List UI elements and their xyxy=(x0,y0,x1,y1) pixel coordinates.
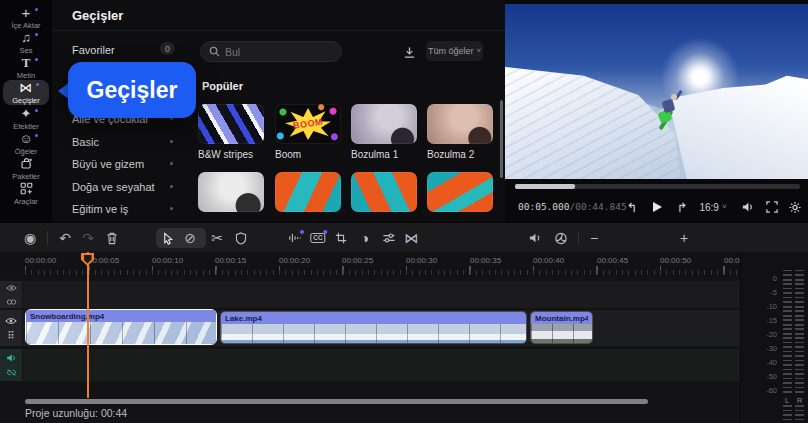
toolbar: ◉ ↶ ↷ ⊘ ✂ CC xyxy=(0,222,808,252)
sidebar-item-label: İçe Aktar xyxy=(11,21,40,30)
color-contrast-icon[interactable]: ◑ xyxy=(361,223,369,253)
color-wheel-icon[interactable] xyxy=(555,223,568,253)
notification-dot xyxy=(36,83,39,86)
adjust-sliders-icon[interactable] xyxy=(383,223,396,253)
clip-thumbnails xyxy=(531,324,592,344)
unlink-icon[interactable] xyxy=(5,367,17,377)
category-magic[interactable]: Büyü ve gizem xyxy=(72,158,144,170)
category-dot xyxy=(170,162,173,165)
meter-scale-label: -20 xyxy=(741,330,777,339)
play-button[interactable] xyxy=(651,196,663,218)
sidebar-item-packages[interactable]: Paketler xyxy=(0,156,52,181)
eye-visibility-icon[interactable] xyxy=(5,283,17,293)
sidebar-item-label: Geçişler xyxy=(12,96,40,105)
jump-forward-icon[interactable]: ↱ xyxy=(677,196,688,218)
crop-icon[interactable] xyxy=(335,223,347,253)
snowboarder-head xyxy=(671,94,677,100)
filter-dropdown[interactable]: Tüm öğeler ˅ xyxy=(426,41,483,61)
mute-speaker-icon[interactable] xyxy=(529,223,542,253)
captions-cc-icon[interactable]: CC xyxy=(310,223,325,253)
sidebar-item-label: Araçlar xyxy=(14,197,38,206)
category-education[interactable]: Eğitim ve iş xyxy=(72,203,128,215)
aspect-ratio-dropdown[interactable]: 16:9 ˅ xyxy=(699,196,726,218)
eye-visibility-icon[interactable] xyxy=(5,316,17,326)
transition-thumb-glitch-3[interactable] xyxy=(427,172,493,212)
transition-thumb-bozulma-2[interactable] xyxy=(427,104,493,144)
panel-scrollbar[interactable] xyxy=(500,100,503,178)
meter-scale-label: -50 xyxy=(741,372,777,381)
redo-icon[interactable]: ↷ xyxy=(82,223,94,253)
playhead-line[interactable] xyxy=(87,252,89,398)
overlay-track[interactable] xyxy=(23,281,740,308)
sidebar-item-audio[interactable]: ♫ Ses xyxy=(0,30,52,55)
shield-magnet-icon[interactable] xyxy=(236,223,247,253)
panel-title: Geçişler xyxy=(72,8,123,23)
undo-icon[interactable]: ↶ xyxy=(59,223,71,253)
sidebar-item-effects[interactable]: ✦ Efektler xyxy=(0,106,52,131)
link-icon[interactable] xyxy=(5,297,17,307)
seek-bar-fill xyxy=(515,184,575,189)
ruler-label: 00:00:00 xyxy=(25,256,56,265)
transitions-icon: ⋈ xyxy=(20,81,33,95)
video-preview[interactable] xyxy=(505,4,808,179)
audio-track-header xyxy=(0,349,22,381)
record-icon[interactable]: ◉ xyxy=(24,223,36,253)
tooltip-text: Geçişler xyxy=(87,77,178,104)
timeline-horizontal-scrollbar[interactable] xyxy=(25,399,648,404)
clip-lake[interactable]: Lake.mp4 xyxy=(220,311,527,344)
delete-trash-icon[interactable] xyxy=(106,223,118,253)
sidebar-item-tools[interactable]: Araçlar xyxy=(0,181,52,206)
clip-mountain[interactable]: Mountain.mp4 xyxy=(530,311,593,344)
fullscreen-icon[interactable] xyxy=(766,196,778,218)
meter-left-column-bottom xyxy=(783,405,792,421)
audio-edit-waveform-icon[interactable] xyxy=(288,223,302,253)
seek-bar[interactable] xyxy=(515,184,800,189)
sidebar-item-transitions[interactable]: ⋈ Geçişler xyxy=(3,80,49,105)
favorites-item[interactable]: Favoriler xyxy=(72,44,115,56)
transition-bowtie-icon[interactable]: ⋈ xyxy=(404,223,418,253)
sidebar-item-import[interactable]: + İçe Aktar xyxy=(0,5,52,30)
divider xyxy=(47,231,48,245)
transition-thumb-glitch-1[interactable] xyxy=(275,172,341,212)
download-icon[interactable] xyxy=(400,43,418,61)
timecode: 00:05.000/00:44.845 xyxy=(518,201,627,212)
clip-snowboarding[interactable]: Snowboarding.mp4 xyxy=(25,309,217,345)
category-dot xyxy=(170,185,173,188)
sidebar-item-stickers[interactable]: ☺ Öğeler xyxy=(0,131,52,156)
jump-back-icon[interactable]: ↰ xyxy=(627,196,638,218)
transition-thumb-glitch-2[interactable] xyxy=(351,172,417,212)
boom-art-text: BOOM xyxy=(292,117,323,131)
zoom-out-minus-icon[interactable]: − xyxy=(590,223,598,253)
clip-header: Lake.mp4 xyxy=(221,312,526,324)
audio-speaker-icon[interactable] xyxy=(5,353,17,363)
sticker-face-icon: ☺ xyxy=(19,132,32,146)
preview-settings-gear-icon[interactable] xyxy=(789,196,802,218)
audio-track[interactable] xyxy=(23,349,740,381)
split-scissors-icon[interactable]: ✂ xyxy=(211,223,223,253)
transition-thumb-bw-portrait[interactable] xyxy=(198,172,264,212)
notification-dot xyxy=(35,109,38,112)
popular-section-title: Popüler xyxy=(202,80,243,92)
ruler-label: 00:00:20 xyxy=(279,256,310,265)
tools-grid-icon xyxy=(20,182,33,196)
sidebar: + İçe Aktar ♫ Ses T Metin ⋈ Geçişler ✦ E… xyxy=(0,0,52,222)
transition-thumb-bozulma-1[interactable] xyxy=(351,104,417,144)
transition-thumb-boom[interactable]: BOOM xyxy=(275,104,341,144)
marker-slash-tool[interactable]: ⊘ xyxy=(184,223,196,253)
zoom-in-plus-icon[interactable]: + xyxy=(680,223,688,253)
transition-name: Bozulma 2 xyxy=(427,149,474,160)
ruler-label: 00:00:40 xyxy=(533,256,564,265)
transition-name: Bozulma 1 xyxy=(351,149,398,160)
category-nature[interactable]: Doğa ve seyahat xyxy=(72,181,155,193)
volume-icon[interactable] xyxy=(742,196,755,218)
timeline-ruler[interactable]: 00:00:00 00:00:05 00:00:10 00:00:15 00:0… xyxy=(0,252,740,278)
category-basic[interactable]: Basic xyxy=(72,136,99,148)
music-note-icon: ♫ xyxy=(21,31,31,45)
search-input[interactable] xyxy=(225,46,333,58)
sidebar-item-text[interactable]: T Metin xyxy=(0,55,52,80)
audio-level-meter: 0 -5 -10 -15 -20 -30 -40 -50 -60 L R xyxy=(740,252,808,423)
transition-thumb-bw-stripes[interactable] xyxy=(198,104,264,144)
divider xyxy=(578,231,579,245)
select-pointer-tool[interactable] xyxy=(162,223,174,253)
filmstrip-dots-icon[interactable]: ⠿ xyxy=(5,330,17,340)
